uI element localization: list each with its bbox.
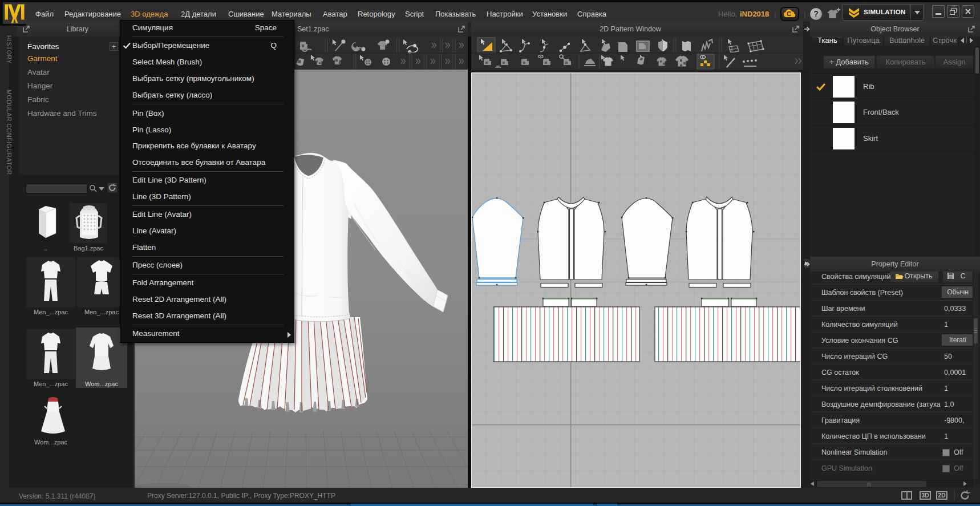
svg-text:C: C [787, 10, 791, 17]
